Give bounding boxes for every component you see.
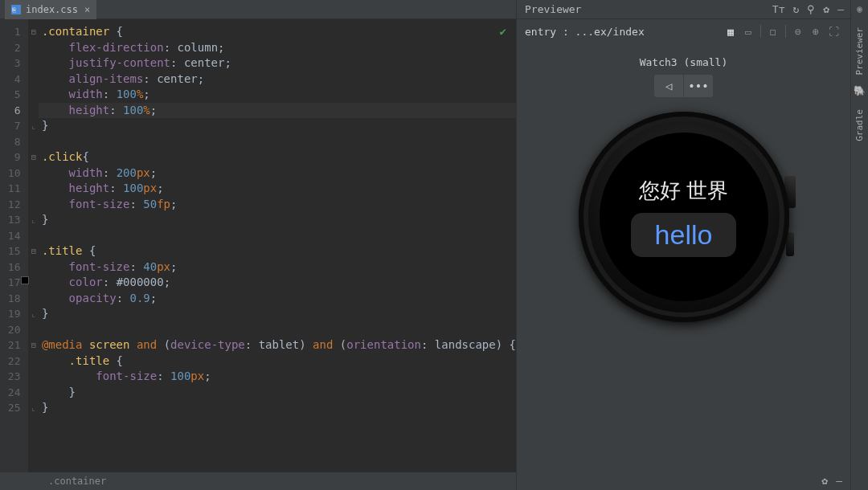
line-number: 18 [0,291,28,307]
line-number: 15 [0,243,28,259]
tool-previewer[interactable]: Previewer [854,27,865,76]
gear-icon[interactable]: ✿ [821,475,828,487]
device-label: Watch3 (small) [640,56,728,68]
line-number: 2 [0,40,28,56]
previewer-header: Previewer Tᴛ ↻ ⚲ ✿ — [517,0,850,19]
entry-path[interactable]: entry : ...ex/index [525,26,645,38]
fold-column: ⊟⌞ ⊟⌞ ⊟⌞ ⊟⌞ [28,19,38,472]
line-number: 5 [0,87,28,103]
nav-buttons: ◁ ••• [654,75,713,97]
refresh-icon[interactable]: ↻ [793,3,800,15]
breadcrumb[interactable]: .container [0,472,516,490]
crop-icon[interactable]: ◻ [764,26,782,38]
previewer-footer: ✿ — [517,471,850,490]
line-number: 7 [0,118,28,134]
line-number: 25 [0,400,28,416]
zoom-out-icon[interactable]: ⊖ [789,26,807,38]
line-number-gutter: 1 2 3 4 5 6 7 8 9 10 11 12 13 14 15 16 1… [0,19,28,472]
gear-icon[interactable]: ✿ [823,3,829,15]
code-lines[interactable]: ✔ .container { flex-direction: column; j… [39,19,516,472]
close-icon[interactable]: × [84,4,90,15]
line-number: 23 [0,369,28,385]
watch-device-preview: 您好 世界 hello [579,112,789,322]
line-number: 16 [0,259,28,276]
minimize-icon[interactable]: — [836,475,842,487]
tab-bar: ⎘ index.css × [0,0,516,19]
line-number: 19 [0,306,28,322]
editor-pane: ⎘ index.css × 1 2 3 4 5 6 7 8 9 10 11 12… [0,0,516,490]
line-number: 4 [0,71,28,88]
watch-hello-button[interactable]: hello [631,213,737,257]
previewer-body: Watch3 (small) ◁ ••• 您好 世界 hello [517,43,850,471]
inspection-ok-icon: ✔ [500,24,506,40]
eye-icon[interactable]: ◉ [857,3,862,14]
line-number: 8 [0,134,28,150]
gradle-icon[interactable]: 🐘 [854,85,866,96]
line-number: 20 [0,322,28,338]
line-number: 10 [0,165,28,182]
color-swatch-icon [21,276,29,284]
line-number: 9 [0,149,28,165]
svg-text:⎘: ⎘ [12,6,16,14]
right-tool-strip: ◉ Previewer 🐘 Gradle [850,0,868,490]
line-number: 21 [0,337,28,353]
line-number: 12 [0,197,28,213]
tool-gradle[interactable]: Gradle [854,109,865,141]
previewer-subheader: entry : ...ex/index ▦ ▭ ◻ ⊖ ⊕ ⛶ [517,19,850,43]
back-button[interactable]: ◁ [654,75,683,97]
zoom-in-icon[interactable]: ⊕ [807,26,825,38]
minimize-icon[interactable]: — [837,3,844,15]
css-file-icon: ⎘ [11,5,21,14]
filter-icon[interactable]: ⚲ [807,3,815,15]
code-area[interactable]: 1 2 3 4 5 6 7 8 9 10 11 12 13 14 15 16 1… [0,19,516,472]
watch-title-text: 您好 世界 [639,177,728,205]
fullscreen-icon[interactable]: ⛶ [825,26,842,38]
file-tab-index-css[interactable]: ⎘ index.css × [5,0,96,19]
thumbnail-icon[interactable]: ▭ [739,26,757,38]
line-number: 6 [0,103,28,119]
line-number: 1 [0,24,28,40]
watch-screen[interactable]: 您好 世界 hello [600,133,768,301]
line-number: 13 [0,212,28,228]
tab-filename: index.css [26,4,78,15]
more-button[interactable]: ••• [684,75,713,97]
line-number: 14 [0,228,28,244]
grid-view-icon[interactable]: ▦ [722,26,739,38]
line-number: 3 [0,55,28,71]
previewer-panel: Previewer Tᴛ ↻ ⚲ ✿ — entry : ...ex/index… [516,0,850,490]
line-number: 22 [0,353,28,370]
line-number: 24 [0,385,28,401]
previewer-title: Previewer [525,3,581,15]
line-number: 11 [0,181,28,197]
text-size-icon[interactable]: Tᴛ [772,3,785,15]
